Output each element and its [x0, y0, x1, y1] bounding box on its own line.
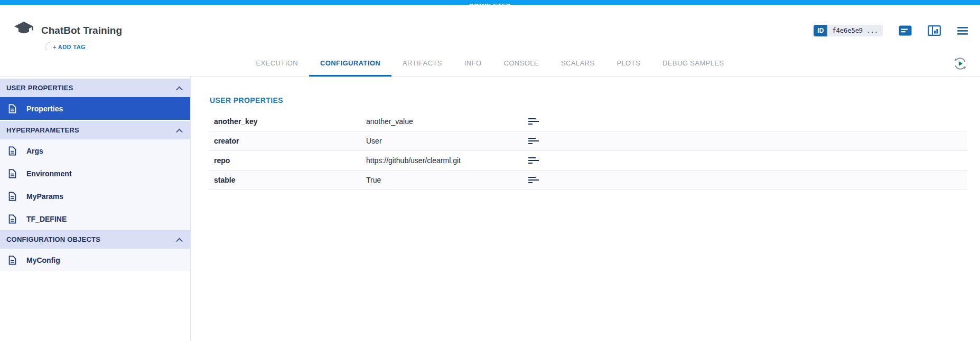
experiment-type-icon [13, 21, 34, 40]
header-actions: ID f4e6e5e9 ... [814, 25, 968, 36]
experiment-id-badge[interactable]: ID f4e6e5e9 ... [814, 25, 883, 36]
properties-table: another_key another_value creator User r… [209, 112, 967, 190]
section-header-configuration-objects[interactable]: CONFIGURATION OBJECTS [0, 230, 190, 249]
sidebar-item-tf-define[interactable]: TF_DEFINE [0, 207, 190, 230]
align-left-icon[interactable] [528, 177, 540, 184]
document-icon [8, 104, 16, 113]
property-key: repo [209, 156, 366, 165]
table-row[interactable]: another_key another_value [209, 112, 967, 131]
property-value: another_value [366, 117, 528, 126]
chevron-up-icon [176, 238, 183, 245]
chevron-up-icon [176, 87, 183, 93]
sidebar-item-label: TF_DEFINE [26, 215, 67, 223]
tab-console[interactable]: CONSOLE [493, 50, 550, 76]
align-left-icon[interactable] [528, 138, 540, 145]
section-label: USER PROPERTIES [6, 84, 177, 92]
sidebar-item-label: Properties [26, 105, 63, 113]
tab-bar: EXECUTION CONFIGURATION ARTIFACTS INFO C… [0, 50, 980, 77]
property-key: creator [209, 137, 366, 145]
property-value: User [366, 137, 528, 145]
document-icon [8, 146, 16, 156]
document-icon [8, 214, 16, 224]
experiment-title: ChatBot Training [41, 25, 122, 36]
sidebar-item-myconfig[interactable]: MyConfig [0, 249, 190, 271]
document-icon [8, 255, 16, 265]
section-hyperparameters: HYPERPARAMETERS Args [0, 121, 190, 230]
section-configuration-objects: CONFIGURATION OBJECTS MyConfig [0, 230, 190, 271]
property-value: True [366, 176, 528, 184]
chevron-up-icon [176, 129, 183, 136]
sidebar-item-args[interactable]: Args [0, 139, 190, 162]
configuration-sidebar: USER PROPERTIES Properties [0, 77, 191, 341]
sidebar-item-properties[interactable]: Properties [0, 97, 190, 120]
tab-info[interactable]: INFO [453, 50, 493, 76]
details-panel-icon[interactable] [928, 25, 941, 36]
section-header-hyperparameters[interactable]: HYPERPARAMETERS [0, 121, 190, 139]
align-left-icon[interactable] [528, 157, 540, 164]
section-label: CONFIGURATION OBJECTS [6, 235, 177, 243]
document-icon [8, 169, 16, 178]
align-left-icon[interactable] [528, 118, 540, 125]
sidebar-item-label: MyConfig [26, 256, 60, 264]
experiment-detail-page: COMPLETED ChatBot Training + ADD TAG ID … [0, 0, 980, 341]
panel-heading: USER PROPERTIES [210, 96, 967, 105]
description-icon[interactable] [899, 25, 912, 36]
header: ChatBot Training + ADD TAG ID f4e6e5e9 .… [0, 5, 980, 50]
table-row[interactable]: stable True [209, 170, 967, 190]
sidebar-item-label: MyParams [26, 192, 63, 201]
sidebar-item-myparams[interactable]: MyParams [0, 185, 190, 207]
sidebar-item-environment[interactable]: Environment [0, 162, 190, 185]
content-area: USER PROPERTIES Properties [0, 77, 980, 341]
user-properties-panel: USER PROPERTIES another_key another_valu… [191, 77, 980, 341]
status-bar: COMPLETED [0, 0, 980, 5]
sidebar-item-label: Args [26, 147, 43, 155]
id-value: f4e6e5e9 ... [827, 25, 883, 36]
sidebar-item-label: Environment [26, 169, 72, 178]
menu-icon[interactable] [957, 26, 968, 35]
tab-plots[interactable]: PLOTS [605, 50, 651, 76]
tab-scalars[interactable]: SCALARS [550, 50, 606, 76]
table-row[interactable]: repo https://github/user/clearml.git [209, 151, 967, 170]
property-value: https://github/user/clearml.git [366, 156, 528, 165]
tab-artifacts[interactable]: ARTIFACTS [391, 50, 453, 76]
tab-debug-samples[interactable]: DEBUG SAMPLES [651, 50, 735, 76]
tab-execution[interactable]: EXECUTION [245, 50, 309, 76]
id-label: ID [814, 25, 827, 36]
auto-refresh-icon[interactable] [953, 56, 967, 73]
table-row[interactable]: creator User [209, 131, 967, 151]
section-user-properties: USER PROPERTIES Properties [0, 79, 190, 120]
property-key: stable [209, 176, 366, 184]
property-key: another_key [209, 117, 366, 126]
add-tag-label: + ADD TAG [53, 44, 86, 50]
document-icon [8, 192, 16, 201]
section-label: HYPERPARAMETERS [6, 126, 177, 134]
tab-configuration[interactable]: CONFIGURATION [309, 50, 391, 76]
section-header-user-properties[interactable]: USER PROPERTIES [0, 79, 190, 97]
